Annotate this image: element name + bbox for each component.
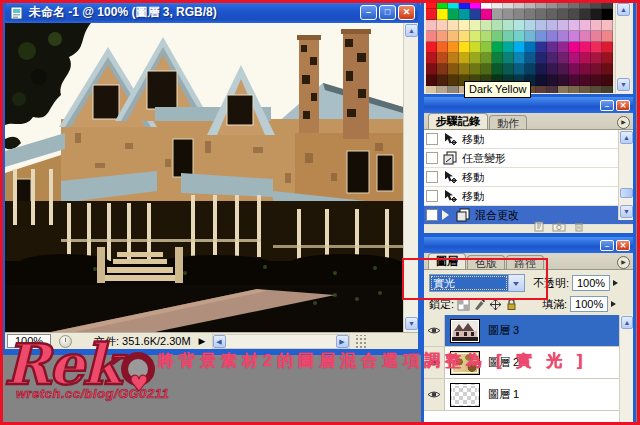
swatch[interactable] <box>459 64 470 75</box>
swatch[interactable] <box>569 2 580 9</box>
swatch[interactable] <box>503 20 514 31</box>
swatch[interactable] <box>514 31 525 42</box>
swatch[interactable] <box>547 42 558 53</box>
swatch[interactable] <box>437 75 448 86</box>
tab-history[interactable]: 步驟記錄 <box>428 113 488 129</box>
swatch[interactable] <box>459 9 470 20</box>
swatch[interactable] <box>569 31 580 42</box>
history-source-checkbox[interactable] <box>426 133 438 145</box>
swatch[interactable] <box>481 53 492 64</box>
scroll-left-button[interactable]: ◀ <box>213 335 226 348</box>
swatches-scroll-down[interactable]: ▼ <box>617 78 630 91</box>
swatch[interactable] <box>558 42 569 53</box>
swatch[interactable] <box>448 9 459 20</box>
opacity-field[interactable]: 100% <box>572 275 610 291</box>
swatch[interactable] <box>602 64 613 75</box>
swatch[interactable] <box>437 31 448 42</box>
swatch[interactable] <box>536 2 547 9</box>
swatch[interactable] <box>459 42 470 53</box>
swatch[interactable] <box>569 9 580 20</box>
swatch[interactable] <box>536 64 547 75</box>
swatch[interactable] <box>569 53 580 64</box>
swatch[interactable] <box>602 75 613 86</box>
scroll-down-button[interactable]: ▼ <box>405 317 418 330</box>
swatch[interactable] <box>448 64 459 75</box>
history-scroll-thumb[interactable] <box>620 188 633 198</box>
swatch[interactable] <box>470 9 481 20</box>
swatch[interactable] <box>547 64 558 75</box>
fill-slider-button[interactable] <box>608 296 619 312</box>
swatch[interactable] <box>514 64 525 75</box>
swatch[interactable] <box>525 9 536 20</box>
swatch[interactable] <box>580 42 591 53</box>
swatch[interactable] <box>536 42 547 53</box>
swatch[interactable] <box>459 31 470 42</box>
swatch[interactable] <box>514 53 525 64</box>
swatch[interactable] <box>459 20 470 31</box>
close-button[interactable]: ✕ <box>398 5 415 20</box>
history-titlebar[interactable]: – ✕ <box>424 97 633 113</box>
swatch[interactable] <box>591 53 602 64</box>
swatch[interactable] <box>602 86 613 93</box>
swatch[interactable] <box>492 9 503 20</box>
history-close-button[interactable]: ✕ <box>616 100 630 111</box>
swatch[interactable] <box>525 20 536 31</box>
document-titlebar[interactable]: 未命名 -1 @ 100% (圖層 3, RGB/8) – □ ✕ <box>5 2 418 23</box>
swatch[interactable] <box>503 64 514 75</box>
swatch[interactable] <box>580 31 591 42</box>
swatch[interactable] <box>481 9 492 20</box>
layers-scroll-up[interactable]: ▲ <box>621 316 633 329</box>
history-scroll-up[interactable]: ▲ <box>620 131 633 144</box>
swatch[interactable] <box>602 31 613 42</box>
swatch[interactable] <box>602 42 613 53</box>
layer-row[interactable]: 圖層 1 <box>424 379 633 411</box>
swatch[interactable] <box>580 20 591 31</box>
swatch[interactable] <box>569 20 580 31</box>
new-snapshot-icon[interactable] <box>552 221 566 232</box>
layer-row-selected[interactable]: 圖層 3 <box>424 315 633 347</box>
swatch[interactable] <box>591 31 602 42</box>
swatch[interactable] <box>426 20 437 31</box>
swatch[interactable] <box>569 64 580 75</box>
delete-icon[interactable] <box>572 221 586 232</box>
swatch[interactable] <box>470 64 481 75</box>
layer-thumbnail[interactable] <box>450 383 480 407</box>
history-panel-menu-button[interactable]: ▶ <box>617 116 630 129</box>
swatch[interactable] <box>525 53 536 64</box>
swatch[interactable] <box>558 86 569 93</box>
swatch[interactable] <box>591 20 602 31</box>
history-source-checkbox[interactable] <box>426 171 438 183</box>
swatch[interactable] <box>591 64 602 75</box>
swatch[interactable] <box>580 9 591 20</box>
swatch[interactable] <box>569 86 580 93</box>
opacity-slider-button[interactable] <box>610 275 621 291</box>
swatch[interactable] <box>558 20 569 31</box>
history-item[interactable]: 移動 <box>424 187 633 206</box>
swatch[interactable] <box>481 64 492 75</box>
swatch[interactable] <box>426 86 437 93</box>
swatch[interactable] <box>514 20 525 31</box>
swatch[interactable] <box>536 9 547 20</box>
swatch[interactable] <box>481 31 492 42</box>
swatch[interactable] <box>602 53 613 64</box>
swatch[interactable] <box>547 75 558 86</box>
swatch[interactable] <box>448 2 459 9</box>
swatch[interactable] <box>525 42 536 53</box>
swatch[interactable] <box>503 31 514 42</box>
swatch[interactable] <box>514 9 525 20</box>
swatch[interactable] <box>558 9 569 20</box>
history-scroll-down[interactable]: ▼ <box>620 205 633 218</box>
swatch[interactable] <box>536 20 547 31</box>
history-source-checkbox[interactable] <box>426 190 438 202</box>
swatch[interactable] <box>558 2 569 9</box>
swatch[interactable] <box>602 20 613 31</box>
swatch[interactable] <box>591 42 602 53</box>
swatch[interactable] <box>470 20 481 31</box>
history-item[interactable]: 移動 <box>424 168 633 187</box>
swatch[interactable] <box>437 64 448 75</box>
swatch[interactable] <box>481 2 492 9</box>
swatch[interactable] <box>437 2 448 9</box>
swatch[interactable] <box>448 53 459 64</box>
history-scrollbar[interactable]: ▲ ▼ <box>618 130 633 220</box>
swatch[interactable] <box>448 42 459 53</box>
